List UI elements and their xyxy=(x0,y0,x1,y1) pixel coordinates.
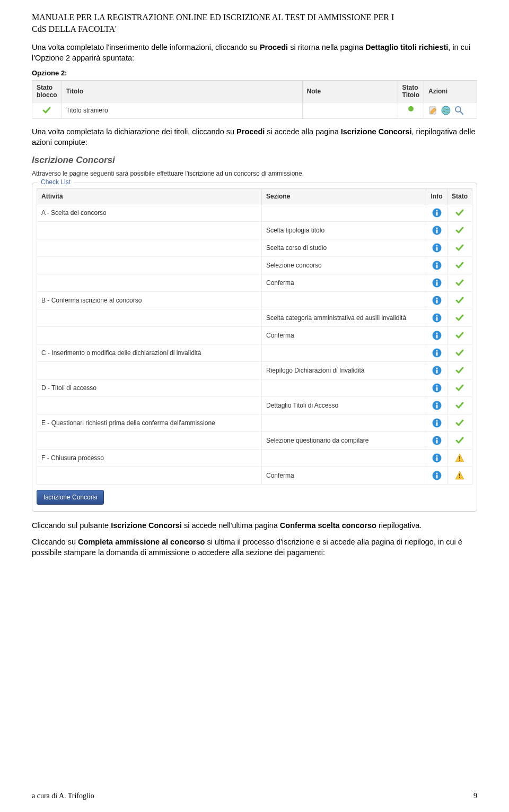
footer-page-number: 9 xyxy=(473,792,477,800)
iscrizione-desc: Attraverso le pagine seguenti sarà possi… xyxy=(32,170,477,177)
cell-stato xyxy=(447,204,472,222)
table-row: D - Titoli di accesso xyxy=(37,379,472,397)
check-icon xyxy=(455,278,464,288)
p2-bold1: Procedi xyxy=(236,127,265,136)
cell-sezione: Conferma xyxy=(262,327,426,344)
p2-mid: si accede alla pagina xyxy=(265,127,341,136)
cell-stato xyxy=(447,344,472,362)
globe-icon[interactable] xyxy=(441,106,451,115)
col-stato-titolo: Stato Titolo xyxy=(398,80,424,102)
check-icon xyxy=(455,243,464,253)
info-icon[interactable] xyxy=(432,226,442,235)
cell-stato xyxy=(447,450,472,467)
info-icon[interactable] xyxy=(432,401,442,410)
cell-attivita xyxy=(37,467,262,485)
paragraph-1: Una volta completato l'inserimento delle… xyxy=(32,42,477,64)
col-titolo: Titolo xyxy=(62,80,302,102)
cell-sezione: Scelta categoria amministrativa ed ausil… xyxy=(262,309,426,327)
info-icon[interactable] xyxy=(432,243,442,253)
check-icon xyxy=(455,261,464,270)
info-icon[interactable] xyxy=(432,436,442,445)
info-icon[interactable] xyxy=(432,383,442,393)
info-icon[interactable] xyxy=(432,453,442,463)
cell-sezione xyxy=(262,204,426,222)
paragraph-2: Una volta completata la dichiarazione de… xyxy=(32,126,477,148)
info-icon[interactable] xyxy=(432,278,442,288)
table-row: B - Conferma iscrizione al concorso xyxy=(37,292,472,309)
cell-sezione: Selezione questionario da compilare xyxy=(262,432,426,450)
opzione2-panel: Opzione 2: Stato blocco Titolo Note Stat… xyxy=(32,69,477,119)
col-stato: Stato xyxy=(447,189,472,204)
cell-attivita xyxy=(37,327,262,344)
info-icon[interactable] xyxy=(432,313,442,323)
info-icon[interactable] xyxy=(432,261,442,270)
info-icon[interactable] xyxy=(432,296,442,305)
cell-info xyxy=(426,397,447,414)
check-icon xyxy=(455,436,464,445)
cell-sezione: Conferma xyxy=(262,274,426,292)
table-row: Selezione concorso xyxy=(37,257,472,274)
checklist-legend: Check List xyxy=(38,178,74,186)
cell-attivita: C - Inserimento o modifica delle dichiar… xyxy=(37,344,262,362)
cell-stato xyxy=(447,257,472,274)
cell-stato xyxy=(447,397,472,414)
info-icon[interactable] xyxy=(432,331,442,340)
check-icon xyxy=(455,226,464,235)
table-row: Titolo straniero xyxy=(32,102,477,118)
info-icon[interactable] xyxy=(432,348,442,358)
edit-icon[interactable] xyxy=(428,106,438,115)
cell-attivita xyxy=(37,309,262,327)
cell-info xyxy=(426,327,447,344)
cell-sezione: Dettaglio Titoli di Accesso xyxy=(262,397,426,414)
check-icon xyxy=(42,106,51,115)
status-dot-icon xyxy=(406,106,416,115)
info-icon[interactable] xyxy=(432,418,442,428)
magnifier-icon[interactable] xyxy=(454,106,464,115)
paragraph-3: Cliccando sul pulsante Iscrizione Concor… xyxy=(32,520,477,531)
cell-stato xyxy=(447,327,472,344)
cell-info xyxy=(426,239,447,257)
cell-attivita xyxy=(37,274,262,292)
check-icon xyxy=(455,313,464,323)
cell-info xyxy=(426,379,447,397)
cell-attivita xyxy=(37,222,262,239)
cell-stato xyxy=(447,222,472,239)
col-info: Info xyxy=(426,189,447,204)
p4-bold1: Completa ammissione al concorso xyxy=(78,538,205,546)
check-icon xyxy=(455,296,464,305)
cell-sezione: Scelta tipologia titolo xyxy=(262,222,426,239)
cell-titolo: Titolo straniero xyxy=(62,102,302,118)
iscrizione-heading: Iscrizione Concorsi xyxy=(32,155,477,166)
info-icon[interactable] xyxy=(432,471,442,480)
iscrizione-panel: Iscrizione Concorsi Attraverso le pagine… xyxy=(32,155,477,512)
cell-info xyxy=(426,362,447,379)
col-sezione: Sezione xyxy=(262,189,426,204)
cell-stato xyxy=(447,292,472,309)
checklist-table: Attività Sezione Info Stato A - Scelta d… xyxy=(37,188,472,485)
check-icon xyxy=(455,208,464,218)
opzione2-table: Stato blocco Titolo Note Stato Titolo Az… xyxy=(32,80,477,119)
cell-note xyxy=(302,102,398,118)
cell-stato xyxy=(447,239,472,257)
table-row: Conferma xyxy=(37,467,472,485)
cell-info xyxy=(426,222,447,239)
p1-bold1: Procedi xyxy=(260,43,288,51)
p2-pre: Una volta completata la dichiarazione de… xyxy=(32,127,236,136)
table-row: Dettaglio Titoli di Accesso xyxy=(37,397,472,414)
cell-attivita: B - Conferma iscrizione al concorso xyxy=(37,292,262,309)
check-icon xyxy=(455,418,464,428)
header-line1: MANUALE PER LA REGISTRAZIONE ONLINE ED I… xyxy=(32,12,477,23)
cell-sezione xyxy=(262,344,426,362)
cell-attivita: F - Chiusura processo xyxy=(37,450,262,467)
cell-sezione xyxy=(262,379,426,397)
info-icon[interactable] xyxy=(432,208,442,218)
cell-info xyxy=(426,257,447,274)
cell-attivita: E - Questionari richiesti prima della co… xyxy=(37,414,262,432)
col-azioni: Azioni xyxy=(424,80,477,102)
cell-stato xyxy=(447,467,472,485)
p2-bold2: Iscrizione Concorsi xyxy=(341,127,412,136)
cell-attivita xyxy=(37,239,262,257)
iscrizione-concorsi-button[interactable]: Iscrizione Concorsi xyxy=(37,490,104,505)
info-icon[interactable] xyxy=(432,366,442,375)
cell-sezione: Riepilogo Dichiarazioni di Invalidità xyxy=(262,362,426,379)
